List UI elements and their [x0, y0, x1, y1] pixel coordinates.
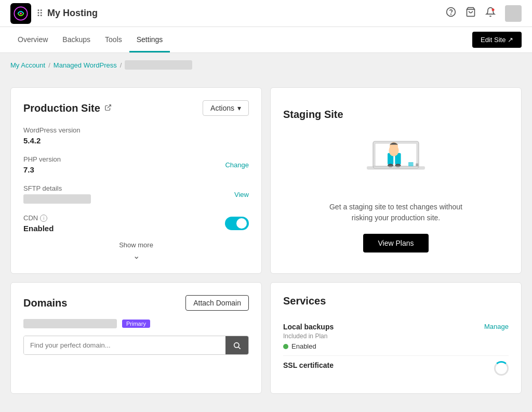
svg-rect-18	[416, 163, 418, 166]
wp-version-value: 5.4.2	[23, 136, 249, 145]
svg-line-20	[238, 347, 241, 349]
cart-icon[interactable]	[466, 7, 476, 20]
ssl-certificate-info: SSL certificate	[283, 361, 334, 371]
svg-point-5	[492, 8, 495, 11]
php-change-link[interactable]: Change	[225, 161, 249, 169]
production-site-header: Production Site Actions ▾	[23, 100, 249, 116]
edit-site-button[interactable]: Edit Site ↗	[472, 32, 522, 48]
staging-illustration	[354, 129, 437, 191]
local-backups-status: Enabled	[283, 342, 334, 350]
cdn-toggle[interactable]	[225, 217, 249, 230]
production-site-title: Production Site	[23, 102, 112, 114]
manage-backups-link[interactable]: Manage	[484, 323, 509, 330]
primary-badge: Primary	[122, 320, 150, 328]
svg-line-6	[108, 104, 111, 108]
chevron-down-icon: ▾	[237, 104, 241, 112]
help-icon[interactable]	[446, 7, 456, 20]
navbar: Overview Backups Tools Settings Edit Sit…	[0, 27, 532, 53]
svg-point-13	[395, 164, 401, 167]
domain-search-input[interactable]	[24, 336, 225, 354]
php-version-right: Change	[225, 161, 249, 169]
sftp-row: SFTP details View	[23, 184, 249, 204]
ssl-certificate-name: SSL certificate	[283, 361, 334, 369]
domain-name-blur	[23, 319, 117, 328]
wp-version-row: WordPress version 5.4.2	[23, 126, 249, 145]
cdn-row: CDN i Enabled	[23, 214, 249, 233]
attach-domain-button[interactable]: Attach Domain	[185, 295, 249, 311]
php-version-value: 7.3	[23, 165, 61, 174]
svg-point-12	[388, 164, 393, 167]
breadcrumb-current-page	[125, 60, 192, 70]
php-version-left: PHP version 7.3	[23, 155, 61, 174]
cdn-label: CDN i	[23, 214, 54, 222]
cdn-label-group: CDN i Enabled	[23, 214, 54, 233]
user-avatar[interactable]	[505, 5, 522, 22]
sftp-label: SFTP details	[23, 184, 91, 192]
search-icon	[233, 341, 241, 350]
grid-icon[interactable]: ⠿	[36, 8, 43, 19]
view-plans-button[interactable]: View Plans	[363, 234, 428, 252]
domains-header: Domains Attach Domain	[23, 295, 249, 311]
production-site-card: Production Site Actions ▾ WordPress vers…	[10, 87, 262, 274]
domains-card: Domains Attach Domain Primary	[10, 282, 262, 394]
main-content: Production Site Actions ▾ WordPress vers…	[0, 77, 532, 404]
staging-site-card: Staging Site	[270, 87, 522, 274]
breadcrumb-my-account[interactable]: My Account	[10, 61, 45, 69]
cdn-info-icon[interactable]: i	[40, 215, 47, 222]
cdn-toggle-slider	[225, 217, 249, 230]
external-link-icon[interactable]	[104, 104, 112, 113]
php-version-label: PHP version	[23, 155, 61, 163]
staging-description: Get a staging site to test changes witho…	[328, 202, 463, 223]
staging-site-title: Staging Site	[283, 109, 343, 121]
status-enabled-dot	[283, 344, 288, 349]
cdn-value: Enabled	[23, 224, 54, 233]
domains-title: Domains	[23, 297, 67, 309]
svg-point-1	[20, 12, 22, 14]
svg-point-3	[451, 14, 451, 15]
local-backups-row: Local backups Included in Plan Enabled M…	[283, 317, 509, 356]
local-backups-info: Local backups Included in Plan Enabled	[283, 323, 334, 350]
breadcrumb: My Account / Managed WordPress /	[0, 53, 532, 77]
nav-settings[interactable]: Settings	[129, 27, 170, 52]
ssl-loading-spinner	[494, 361, 509, 376]
nav-backups[interactable]: Backups	[55, 27, 98, 52]
svg-point-19	[234, 342, 239, 347]
show-more-chevron-icon: ⌄	[133, 251, 140, 261]
ssl-certificate-row: SSL certificate	[283, 356, 509, 381]
domain-entry: Primary	[23, 319, 249, 328]
local-backups-sub: Included in Plan	[283, 333, 334, 340]
services-card: Services Local backups Included in Plan …	[270, 282, 522, 394]
topbar-actions	[446, 5, 522, 22]
show-more-button[interactable]: Show more ⌄	[23, 241, 249, 261]
breadcrumb-sep-1: /	[48, 61, 50, 69]
sftp-value-blur	[23, 194, 91, 204]
nav-tools[interactable]: Tools	[98, 27, 129, 52]
wp-version-label: WordPress version	[23, 126, 249, 134]
svg-rect-17	[408, 162, 414, 166]
domain-search-wrapper	[23, 336, 249, 355]
domain-search-button[interactable]	[225, 336, 248, 354]
sftp-left: SFTP details	[23, 184, 91, 204]
sftp-view-link[interactable]: View	[234, 191, 249, 198]
actions-button[interactable]: Actions ▾	[203, 100, 249, 116]
sftp-right: View	[234, 190, 249, 198]
topbar-title: My Hosting	[47, 8, 446, 19]
nav-overview[interactable]: Overview	[10, 27, 55, 52]
breadcrumb-sep-2: /	[120, 61, 122, 69]
local-backups-name: Local backups	[283, 323, 334, 331]
bell-icon[interactable]	[485, 7, 496, 20]
php-version-row: PHP version 7.3 Change	[23, 155, 249, 174]
breadcrumb-managed-wp[interactable]: Managed WordPress	[54, 61, 117, 69]
topbar: ⠿ My Hosting	[0, 0, 532, 27]
services-title: Services	[283, 295, 509, 307]
nav-right: Edit Site ↗	[472, 32, 522, 48]
brand-logo[interactable]	[10, 3, 31, 24]
